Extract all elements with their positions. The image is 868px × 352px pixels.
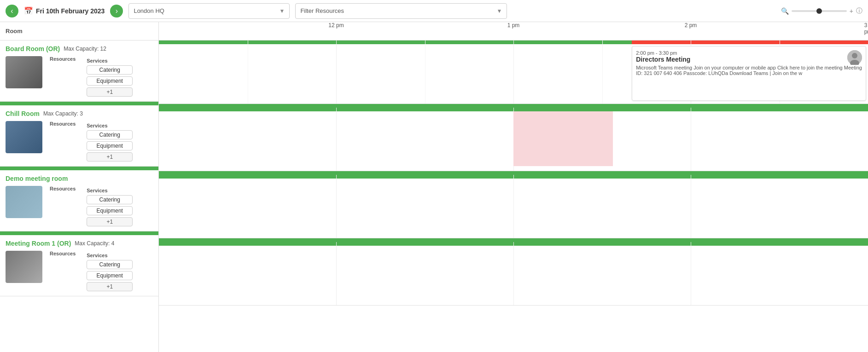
location-dropdown[interactable]: London HQ ▼	[128, 3, 290, 19]
info-icon[interactable]: ⓘ	[856, 7, 862, 15]
gridline-2	[513, 40, 514, 104]
catering-btn-meeting1[interactable]: Catering	[87, 260, 133, 269]
avail-green-boardroom	[159, 40, 632, 44]
zoom-in-icon: +	[850, 7, 853, 15]
room-capacity-meeting1: Max Capacity: 4	[75, 240, 114, 247]
room-image-chillroom	[6, 121, 42, 153]
resources-label-meeting1: Resources	[50, 251, 76, 256]
gridline-d1	[336, 175, 337, 238]
date-label: 📅 Fri 10th February 2023	[24, 6, 105, 15]
equipment-btn-chillroom[interactable]: Equipment	[87, 141, 133, 150]
gridline-c1	[336, 108, 337, 171]
svg-point-1	[852, 53, 857, 58]
gridline-sub-2	[425, 40, 425, 104]
more-btn-demo[interactable]: +1	[87, 217, 133, 226]
next-button[interactable]: ›	[110, 5, 123, 17]
event-title-directors: Directors Meeting	[636, 56, 862, 63]
zoom-track[interactable]	[792, 10, 847, 12]
time-label-12pm: 12 pm	[328, 22, 344, 29]
grid-divider-2	[159, 171, 868, 175]
filter-arrow-icon: ▼	[497, 8, 502, 14]
filter-dropdown[interactable]: Filter Resources ▼	[295, 3, 507, 19]
divider-1	[0, 102, 158, 105]
time-label-2pm: 2 pm	[685, 22, 697, 29]
grid-row-demo[interactable]	[159, 175, 868, 238]
location-value: London HQ	[134, 7, 164, 14]
services-label-demo: Services	[87, 188, 133, 193]
time-label-1pm: 1 pm	[507, 22, 520, 29]
services-label-meeting1: Services	[87, 253, 133, 258]
gridline-c3	[691, 108, 691, 171]
grid-scroll: 2:00 pm - 3:30 pm Directors Meeting Micr…	[159, 40, 868, 352]
prev-button[interactable]: ‹	[6, 5, 18, 17]
gridline-m1	[336, 242, 337, 305]
resources-label-demo: Resources	[50, 186, 76, 191]
zoom-thumb[interactable]	[816, 8, 822, 14]
timeline-header: 12 pm 1 pm 2 pm 3 pm	[159, 22, 868, 40]
gridline-sub-1	[248, 40, 248, 104]
app-header: ‹ 📅 Fri 10th February 2023 › London HQ ▼…	[0, 0, 868, 22]
location-arrow-icon: ▼	[280, 8, 285, 14]
room-info-demo: Demo meeting room Resources Services Cat…	[0, 170, 158, 231]
services-label-boardroom: Services	[87, 58, 133, 63]
event-avatar-directors	[847, 50, 862, 65]
equipment-btn-meeting1[interactable]: Equipment	[87, 271, 133, 280]
room-info-meeting1: Meeting Room 1 (OR) Max Capacity: 4 Reso…	[0, 235, 158, 296]
room-image-boardroom	[6, 56, 42, 88]
grid-row-meeting1[interactable]	[159, 242, 868, 306]
zoom-control: 🔍 + ⓘ	[781, 7, 862, 15]
room-capacity-chillroom: Max Capacity: 3	[43, 110, 83, 117]
room-image-meeting1	[6, 251, 42, 283]
gridline-d3	[691, 175, 691, 238]
room-info-scroll: Board Room (OR) Max Capacity: 12 Resourc…	[0, 40, 158, 352]
divider-2	[0, 167, 158, 170]
room-col-label: Room	[6, 28, 23, 35]
event-directors-meeting[interactable]: 2:00 pm - 3:30 pm Directors Meeting Micr…	[632, 46, 866, 101]
gridline-m3	[691, 242, 691, 305]
gridline-m2	[513, 242, 514, 305]
room-column-header: Room	[0, 22, 158, 40]
avail-red-boardroom	[632, 40, 868, 44]
equipment-btn-demo[interactable]: Equipment	[87, 206, 133, 215]
catering-btn-boardroom[interactable]: Catering	[87, 65, 133, 75]
gridline-sub-3	[602, 40, 603, 104]
room-image-demo	[6, 186, 42, 218]
room-name-meeting1: Meeting Room 1 (OR)	[6, 240, 71, 247]
room-capacity-boardroom: Max Capacity: 12	[64, 46, 106, 52]
more-btn-chillroom[interactable]: +1	[87, 152, 133, 162]
zoom-out-icon: 🔍	[781, 7, 789, 15]
grid-row-boardroom[interactable]: 2:00 pm - 3:30 pm Directors Meeting Micr…	[159, 40, 868, 104]
catering-btn-demo[interactable]: Catering	[87, 195, 133, 204]
date-text: Fri 10th February 2023	[36, 7, 105, 15]
gridline-1	[336, 40, 337, 104]
divider-3	[0, 231, 158, 235]
catering-btn-chillroom[interactable]: Catering	[87, 130, 133, 139]
event-time-directors: 2:00 pm - 3:30 pm	[636, 50, 862, 56]
room-name-boardroom: Board Room (OR)	[6, 45, 60, 52]
filter-value: Filter Resources	[300, 7, 344, 14]
room-info-chillroom: Chill Room Max Capacity: 3 Resources Ser…	[0, 105, 158, 167]
time-label-3pm: 3 pm	[864, 22, 868, 35]
room-name-demo: Demo meeting room	[6, 175, 68, 182]
grid-divider-3	[159, 238, 868, 242]
event-desc-directors: Microsoft Teams meeting Join on your com…	[636, 65, 862, 76]
gridline-d2	[513, 175, 514, 238]
resources-label-boardroom: Resources	[50, 56, 76, 62]
rooms-list: Room Board Room (OR) Max Capacity: 12 Re…	[0, 22, 159, 352]
grid-divider-1	[159, 104, 868, 108]
room-name-chillroom: Chill Room	[6, 110, 40, 117]
event-chill-pink[interactable]	[513, 111, 613, 166]
calendar-icon: 📅	[24, 6, 33, 15]
timeline-area: 12 pm 1 pm 2 pm 3 pm	[159, 22, 868, 352]
equipment-btn-boardroom[interactable]: Equipment	[87, 76, 133, 86]
main-content: Room Board Room (OR) Max Capacity: 12 Re…	[0, 22, 868, 352]
room-info-boardroom: Board Room (OR) Max Capacity: 12 Resourc…	[0, 40, 158, 102]
grid-row-chillroom[interactable]	[159, 108, 868, 171]
services-label-chillroom: Services	[87, 123, 133, 128]
more-btn-boardroom[interactable]: +1	[87, 87, 133, 97]
more-btn-meeting1[interactable]: +1	[87, 282, 133, 291]
resources-label-chillroom: Resources	[50, 121, 76, 127]
